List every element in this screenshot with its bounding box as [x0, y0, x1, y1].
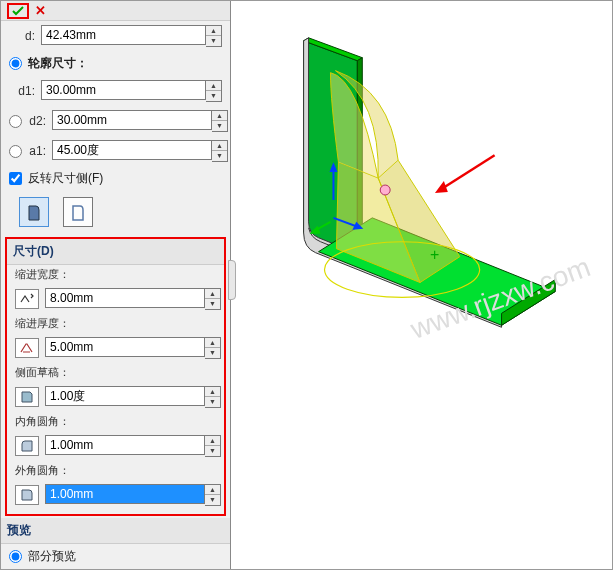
d2-label: d2:	[28, 114, 46, 128]
indent-width-input[interactable]	[45, 288, 205, 308]
d2-radio[interactable]	[9, 115, 22, 128]
spin-down-icon[interactable]: ▼	[206, 36, 221, 46]
d2-input[interactable]	[52, 110, 212, 130]
d2-spinbox[interactable]: ▲▼	[52, 110, 228, 132]
outer-fillet-label: 外角圆角：	[7, 461, 224, 480]
a1-label: a1:	[28, 144, 46, 158]
profile-icon-row	[1, 191, 230, 235]
profile-type-a-button[interactable]	[19, 197, 49, 227]
svg-text:+: +	[430, 246, 439, 263]
partial-preview-radio[interactable]	[9, 550, 22, 563]
ok-highlight-box	[7, 3, 29, 19]
indent-width-spinbox[interactable]: ▲▼	[45, 288, 221, 310]
3d-viewport[interactable]: + www.rjzxw.com	[231, 1, 612, 569]
indent-thick-input[interactable]	[45, 337, 205, 357]
indent-thick-label: 缩进厚度：	[7, 314, 224, 333]
svg-line-16	[440, 155, 495, 190]
indent-width-label: 缩进宽度：	[7, 265, 224, 284]
svg-marker-17	[435, 181, 448, 193]
outer-fillet-input[interactable]	[45, 484, 205, 504]
reverse-checkbox[interactable]	[9, 172, 22, 185]
a1-radio[interactable]	[9, 145, 22, 158]
panel-splitter[interactable]	[228, 260, 236, 300]
indent-thick-spinbox[interactable]: ▲▼	[45, 337, 221, 359]
preview-title: 预览	[1, 518, 230, 544]
inner-fillet-spinbox[interactable]: ▲▼	[45, 435, 221, 457]
d1-spinbox[interactable]: ▲▼	[41, 80, 222, 102]
inner-fillet-label: 内角圆角：	[7, 412, 224, 431]
ok-button[interactable]	[11, 5, 25, 17]
d1-input[interactable]	[41, 80, 206, 100]
d-label: d:	[9, 29, 35, 43]
outer-fillet-spinbox[interactable]: ▲▼	[45, 484, 221, 506]
property-panel: ✕ d: ▲▼ 轮廓尺寸： d1: ▲▼ d2: ▲▼ a1:	[1, 1, 231, 569]
d1-label: d1:	[9, 84, 35, 98]
spin-up-icon[interactable]: ▲	[206, 26, 221, 36]
draft-input[interactable]	[45, 386, 205, 406]
inner-fillet-icon	[15, 436, 39, 456]
draft-spinbox[interactable]: ▲▼	[45, 386, 221, 408]
a1-spinbox[interactable]: ▲▼	[52, 140, 228, 162]
profile-dim-title: 轮廓尺寸：	[28, 55, 88, 72]
svg-point-9	[380, 185, 390, 195]
inner-fillet-input[interactable]	[45, 435, 205, 455]
partial-preview-label: 部分预览	[28, 548, 76, 565]
d-spinbox[interactable]: ▲▼	[41, 25, 222, 47]
d-input[interactable]	[41, 25, 206, 45]
a1-input[interactable]	[52, 140, 212, 160]
cancel-button[interactable]: ✕	[35, 4, 46, 17]
profile-dim-radio[interactable]	[9, 57, 22, 70]
indent-thick-icon	[15, 338, 39, 358]
dimensions-highlight-box: 尺寸(D) 缩进宽度： ▲▼ 缩进厚度： ▲▼ 侧面草稿： ▲▼ 内角圆角：	[5, 237, 226, 516]
confirm-bar: ✕	[1, 1, 230, 21]
draft-icon	[15, 387, 39, 407]
panel-scroll[interactable]: d: ▲▼ 轮廓尺寸： d1: ▲▼ d2: ▲▼ a1: ▲▼	[1, 21, 230, 569]
indent-width-icon	[15, 289, 39, 309]
model-render: + www.rjzxw.com	[231, 1, 612, 568]
reverse-label: 反转尺寸侧(F)	[28, 170, 103, 187]
outer-fillet-icon	[15, 485, 39, 505]
draft-label: 侧面草稿：	[7, 363, 224, 382]
dimensions-title: 尺寸(D)	[7, 239, 224, 265]
profile-type-b-button[interactable]	[63, 197, 93, 227]
